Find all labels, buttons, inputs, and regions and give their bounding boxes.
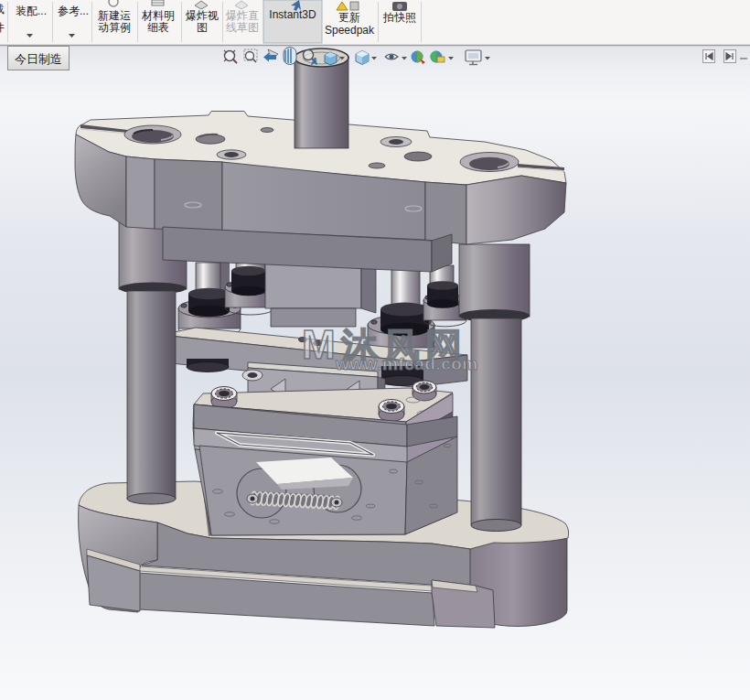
- svg-text:细表: 细表: [147, 21, 169, 34]
- svg-text:图: 图: [197, 21, 208, 34]
- svg-text:参考...: 参考...: [58, 5, 89, 17]
- svg-text:Speedpak: Speedpak: [325, 24, 375, 37]
- svg-text:件: 件: [0, 21, 5, 34]
- svg-text:爆炸视: 爆炸视: [186, 9, 219, 22]
- svg-text:Instant3D: Instant3D: [269, 8, 316, 21]
- svg-text:今日制造: 今日制造: [15, 52, 62, 66]
- svg-text:材料明: 材料明: [141, 9, 175, 22]
- svg-text:爆炸直: 爆炸直: [226, 9, 259, 22]
- svg-text:线草图: 线草图: [226, 21, 259, 34]
- svg-text:装配...: 装配...: [16, 5, 47, 17]
- svg-text:www.mfcad.com: www.mfcad.com: [335, 354, 478, 373]
- svg-text:载: 载: [0, 3, 5, 16]
- svg-text:A: A: [310, 57, 317, 67]
- svg-text:动算例: 动算例: [98, 21, 131, 34]
- svg-text:拍快照: 拍快照: [382, 11, 416, 24]
- svg-text:新建运: 新建运: [98, 9, 131, 22]
- svg-text:更新: 更新: [338, 11, 360, 24]
